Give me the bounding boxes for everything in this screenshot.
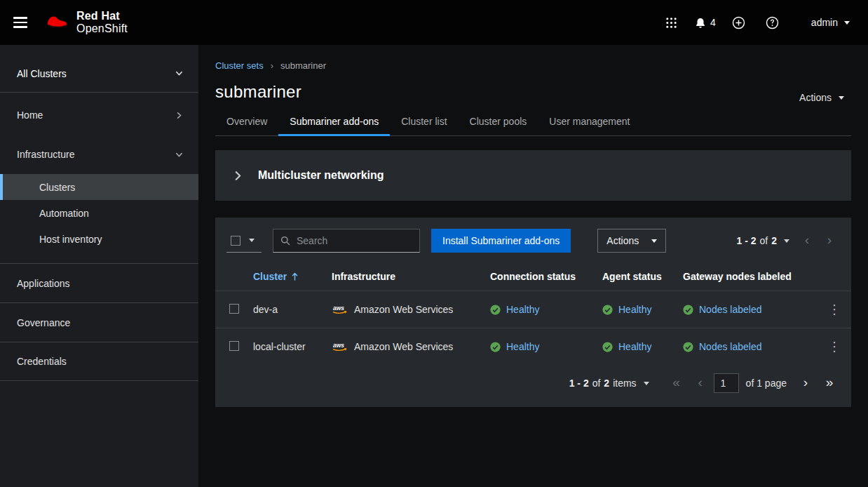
help-button[interactable] <box>761 11 785 34</box>
sidebar-item-label: Home <box>17 109 43 121</box>
app-root: Red Hat OpenShift 4 <box>0 0 868 487</box>
gateway-nodes-link[interactable]: Nodes labeled <box>699 304 762 315</box>
masthead: Red Hat OpenShift 4 <box>0 0 868 45</box>
svg-text:aws: aws <box>333 342 344 349</box>
sidebar-item-label: Infrastructure <box>17 149 74 160</box>
table-toolbar: Install Submariner add-ons Actions 1 - 2… <box>215 218 851 264</box>
app-launcher-button[interactable] <box>660 11 684 34</box>
openshift-logo[interactable]: Red Hat OpenShift <box>43 10 128 36</box>
page-actions-dropdown[interactable]: Actions <box>792 88 851 107</box>
search-icon <box>280 236 290 246</box>
header-actions-cell <box>816 264 851 291</box>
previous-page-button[interactable]: ‹ <box>690 373 711 393</box>
install-submariner-add-ons-button[interactable]: Install Submariner add-ons <box>431 229 571 253</box>
breadcrumb-current: submariner <box>280 60 326 71</box>
multicluster-networking-section: Multicluster networking <box>215 150 851 201</box>
row-kebab-menu-button[interactable]: ⋮ <box>822 339 847 354</box>
sidebar-subnav-infrastructure: Clusters Automation Host inventory <box>0 174 198 252</box>
sidebar-item-automation[interactable]: Automation <box>0 200 198 226</box>
tab-cluster-pools[interactable]: Cluster pools <box>459 109 538 136</box>
pagination-of-label: of <box>592 378 601 389</box>
cluster-name: dev-a <box>253 304 278 315</box>
pagination-range: 1 - 2 <box>569 378 589 389</box>
sidebar-item-clusters[interactable]: Clusters <box>0 174 198 200</box>
breadcrumb: Cluster sets › submariner <box>215 60 851 71</box>
success-check-icon <box>602 305 613 315</box>
redhat-hat-icon <box>43 13 70 32</box>
bulk-select-dropdown[interactable] <box>226 229 262 253</box>
notifications-button[interactable]: 4 <box>693 11 717 34</box>
tab-overview[interactable]: Overview <box>215 109 278 136</box>
success-check-icon <box>683 305 693 315</box>
first-page-button[interactable]: « <box>666 373 687 393</box>
caret-down-icon <box>644 382 649 385</box>
current-page-input[interactable] <box>714 373 739 393</box>
chevron-right-icon <box>175 112 183 119</box>
sidebar-item-host-inventory[interactable]: Host inventory <box>0 226 198 252</box>
sidebar-item-label: Credentials <box>17 356 67 367</box>
tab-cluster-list[interactable]: Cluster list <box>390 109 458 136</box>
connection-status-link[interactable]: Healthy <box>506 304 539 315</box>
cluster-switcher-dropdown[interactable]: All Clusters <box>0 55 198 93</box>
tab-submariner-add-ons[interactable]: Submariner add-ons <box>278 109 390 136</box>
breadcrumb-link-cluster-sets[interactable]: Cluster sets <box>215 60 264 71</box>
per-page-dropdown[interactable]: 1 - 2 of 2 <box>731 235 796 246</box>
notification-count-badge: 4 <box>710 17 716 28</box>
table-row-dev-a: dev-a aws Amazon Web Services <box>215 291 851 328</box>
hamburger-icon <box>13 17 27 19</box>
row-checkbox[interactable] <box>229 341 239 351</box>
pagination-range: 1 - 2 <box>737 235 757 246</box>
toolbar-actions-dropdown[interactable]: Actions <box>597 229 666 253</box>
cluster-switcher-label: All Clusters <box>17 68 67 79</box>
username-label: admin <box>811 17 838 28</box>
row-checkbox[interactable] <box>229 304 239 314</box>
toolbar-actions-label: Actions <box>606 235 639 246</box>
sidebar-item-applications[interactable]: Applications <box>0 263 198 302</box>
agent-status-link[interactable]: Healthy <box>618 304 651 315</box>
previous-page-button[interactable]: ‹ <box>796 231 818 251</box>
clusters-table: Cluster Infrastructure Connection status… <box>215 264 851 365</box>
agent-status-link[interactable]: Healthy <box>618 341 651 352</box>
row-kebab-menu-button[interactable]: ⋮ <box>822 302 847 317</box>
chevron-right-icon <box>233 171 243 181</box>
pagination-bottom: 1 - 2 of 2 items « ‹ of 1 page › <box>215 365 851 407</box>
tab-user-management[interactable]: User management <box>538 109 641 136</box>
expand-toggle-button[interactable] <box>232 168 244 184</box>
success-check-icon <box>490 342 501 352</box>
sidebar-item-home[interactable]: Home <box>0 95 198 135</box>
nav-toggle-button[interactable] <box>7 9 34 36</box>
chevron-down-icon <box>175 69 183 77</box>
breadcrumb-separator-icon: › <box>271 61 273 70</box>
sidebar-item-infrastructure[interactable]: Infrastructure <box>0 135 198 174</box>
caret-down-icon <box>839 96 844 100</box>
next-page-button[interactable]: › <box>819 231 840 251</box>
page-actions-label: Actions <box>799 92 832 103</box>
user-menu-button[interactable]: admin <box>811 17 850 28</box>
column-header-label: Cluster <box>253 271 287 282</box>
sidebar-item-governance[interactable]: Governance <box>0 302 198 342</box>
sidebar-item-credentials[interactable]: Credentials <box>0 342 198 381</box>
infrastructure-label: Amazon Web Services <box>354 304 453 315</box>
pagination-items-label: items <box>613 378 636 389</box>
success-check-icon <box>683 342 693 352</box>
sort-ascending-icon <box>292 272 298 281</box>
page-body: All Clusters Home Infrastructure Cluster… <box>0 45 868 487</box>
items-per-page-dropdown[interactable]: 1 - 2 of 2 items <box>564 378 655 389</box>
section-title: Multicluster networking <box>258 169 384 182</box>
create-button[interactable] <box>727 11 751 34</box>
gateway-nodes-link[interactable]: Nodes labeled <box>699 341 762 352</box>
search-input[interactable] <box>297 235 412 246</box>
content-area: Multicluster networking <box>198 136 868 487</box>
help-icon <box>766 16 779 29</box>
column-header-cluster[interactable]: Cluster <box>247 264 326 291</box>
next-page-button[interactable]: › <box>795 373 816 393</box>
connection-status-link[interactable]: Healthy <box>506 341 539 352</box>
masthead-toolbar: 4 admin <box>660 11 850 34</box>
column-header-infrastructure: Infrastructure <box>326 264 484 291</box>
select-all-checkbox[interactable] <box>231 236 240 246</box>
chevron-down-icon <box>175 151 183 159</box>
sidebar-item-label: Governance <box>17 317 70 328</box>
last-page-button[interactable]: » <box>819 373 840 393</box>
pagination-total: 2 <box>771 235 777 246</box>
sidebar-item-label: Applications <box>17 278 70 289</box>
